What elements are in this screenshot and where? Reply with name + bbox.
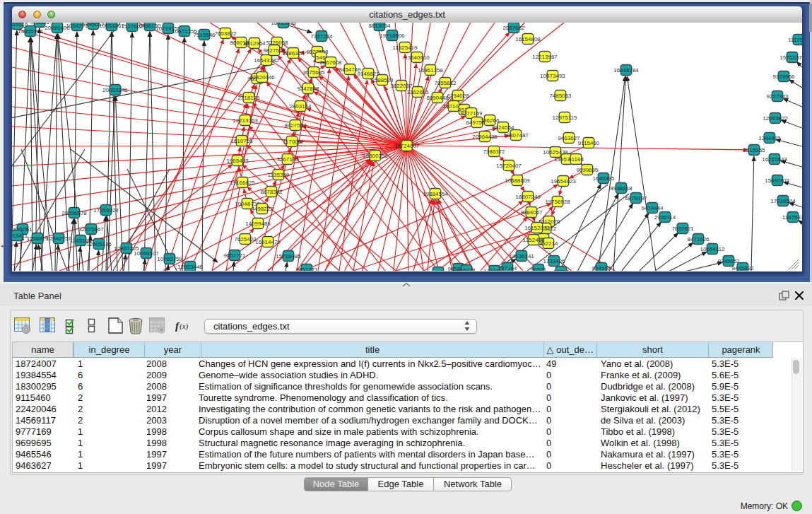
svg-text:965771: 965771 (457, 267, 476, 271)
svg-text:32975867: 32975867 (78, 226, 104, 233)
svg-text:6879197: 6879197 (625, 195, 647, 201)
svg-text:9146821: 9146821 (357, 71, 379, 77)
svg-text:20364436: 20364436 (472, 134, 498, 140)
svg-text:1156829: 1156829 (27, 235, 49, 242)
svg-text:13640910: 13640910 (404, 54, 430, 61)
svg-text:2935114: 2935114 (654, 214, 676, 221)
svg-text:2087682: 2087682 (502, 25, 525, 31)
svg-text:8215955: 8215955 (743, 147, 765, 153)
svg-text:14055714: 14055714 (18, 28, 43, 35)
svg-text:1733426: 1733426 (543, 258, 565, 264)
svg-text:746266: 746266 (481, 117, 500, 124)
svg-text:1965493: 1965493 (226, 158, 249, 164)
svg-text:15716485: 15716485 (276, 253, 301, 259)
svg-text:7386372: 7386372 (483, 148, 505, 155)
svg-text:12505135: 12505135 (86, 241, 112, 247)
svg-text:20053346: 20053346 (102, 87, 128, 93)
svg-text:3267130: 3267130 (276, 156, 299, 163)
svg-text:12213363: 12213363 (233, 117, 258, 124)
svg-text:16152072: 16152072 (524, 225, 550, 231)
svg-text:8813054: 8813054 (368, 23, 391, 29)
svg-text:96521: 96521 (531, 267, 547, 271)
svg-text:16648784: 16648784 (613, 67, 639, 74)
svg-text:9245652: 9245652 (717, 258, 740, 264)
svg-text:8186328: 8186328 (282, 50, 305, 57)
svg-text:8427552: 8427552 (284, 122, 307, 129)
svg-text:20206578: 20206578 (61, 210, 87, 216)
svg-text:10688609: 10688609 (505, 177, 530, 184)
svg-text:1640935: 1640935 (592, 175, 615, 182)
svg-text:8878342: 8878342 (260, 189, 283, 195)
svg-text:19166825: 19166825 (230, 180, 255, 186)
svg-text:15720407: 15720407 (496, 163, 522, 169)
svg-text:8912954: 8912954 (243, 40, 266, 47)
svg-text:9699695: 9699695 (576, 167, 599, 173)
svg-text:9084067: 9084067 (520, 209, 543, 216)
svg-text:15692971: 15692971 (765, 177, 790, 184)
svg-text:16914479: 16914479 (255, 239, 281, 245)
svg-text:9242848: 9242848 (297, 86, 319, 92)
svg-text:16210643: 16210643 (762, 156, 787, 163)
svg-text:41194: 41194 (568, 156, 584, 163)
svg-text:14099489: 14099489 (245, 221, 271, 227)
svg-text:7357224: 7357224 (310, 33, 333, 40)
svg-text:924508: 924508 (592, 265, 611, 271)
svg-text:4498222: 4498222 (251, 206, 273, 212)
svg-text:2803144: 2803144 (289, 103, 312, 110)
svg-text:10973493: 10973493 (540, 73, 565, 79)
svg-text:3824554: 3824554 (492, 124, 514, 131)
svg-text:19384554: 19384554 (423, 191, 448, 197)
svg-text:12923446: 12923446 (177, 264, 203, 270)
svg-text:19218506: 19218506 (379, 33, 405, 39)
svg-text:17359924: 17359924 (93, 207, 119, 214)
svg-text:7485063: 7485063 (549, 93, 572, 99)
svg-text:1610755: 1610755 (230, 138, 253, 144)
svg-text:7663822: 7663822 (214, 30, 237, 37)
svg-text:18807249: 18807249 (515, 194, 541, 200)
svg-text:9657771: 9657771 (223, 252, 246, 259)
svg-text:22420046: 22420046 (249, 74, 275, 81)
svg-text:13215: 13215 (553, 269, 570, 271)
svg-text:1362615: 1362615 (406, 89, 429, 95)
svg-text:12213967: 12213967 (532, 54, 558, 60)
svg-text:19756928: 19756928 (545, 199, 570, 205)
svg-text:16033809: 16033809 (271, 23, 296, 26)
svg-text:1352438: 1352438 (522, 237, 545, 243)
svg-text:14136141: 14136141 (509, 253, 534, 259)
svg-text:19654923: 19654923 (551, 178, 576, 185)
svg-text:17016504: 17016504 (770, 198, 796, 204)
svg-text:16543382: 16543382 (254, 57, 279, 64)
svg-text:2718176: 2718176 (237, 95, 260, 101)
svg-text:3822037: 3822037 (390, 83, 413, 89)
svg-text:7625402: 7625402 (234, 236, 257, 243)
svg-text:9777169: 9777169 (460, 110, 483, 117)
svg-text:6794028: 6794028 (447, 93, 469, 99)
svg-text:11325419: 11325419 (393, 45, 418, 51)
svg-text:8990448: 8990448 (426, 95, 449, 101)
svg-text:7955812: 7955812 (434, 80, 457, 86)
svg-text:9227343: 9227343 (766, 93, 789, 100)
svg-text:10958107: 10958107 (134, 250, 159, 257)
svg-text:9115460: 9115460 (578, 140, 600, 146)
svg-text:(x): (x) (180, 322, 189, 331)
svg-text:16961758: 16961758 (418, 67, 443, 74)
svg-text:1135359: 1135359 (268, 172, 290, 178)
svg-text:7632621: 7632621 (671, 226, 694, 232)
svg-text:18300295: 18300295 (363, 153, 388, 159)
svg-text:9657771: 9657771 (295, 267, 318, 271)
svg-text:3675685: 3675685 (302, 69, 325, 76)
svg-text:137164: 137164 (498, 265, 517, 271)
svg-text:15751074: 15751074 (779, 54, 802, 61)
svg-text:9329966: 9329966 (772, 74, 795, 80)
svg-text:10654112: 10654112 (700, 246, 726, 252)
svg-text:1167533: 1167533 (782, 214, 802, 221)
svg-text:10782759: 10782759 (157, 256, 182, 262)
svg-text:10807487: 10807487 (503, 132, 529, 139)
svg-text:8938918: 8938918 (610, 185, 632, 192)
svg-text:12093822: 12093822 (763, 115, 788, 122)
svg-text:9474444: 9474444 (641, 205, 664, 211)
svg-text:1244415: 1244415 (758, 135, 781, 141)
svg-text:7515546: 7515546 (193, 32, 216, 38)
svg-text:18724007: 18724007 (394, 143, 420, 149)
svg-text:934546: 934546 (429, 269, 448, 271)
